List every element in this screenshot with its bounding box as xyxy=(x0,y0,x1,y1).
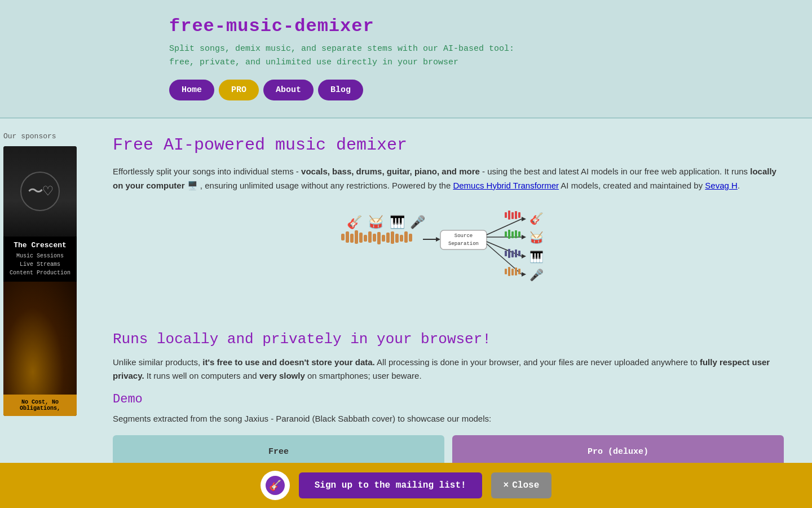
sponsor-lower-image xyxy=(3,282,77,395)
mailing-bar: 🎸 Sign up to the mailing list! × Close xyxy=(0,463,812,486)
box-line1: Source xyxy=(454,233,473,239)
svg-marker-41 xyxy=(522,272,526,277)
header-subtitle: Split songs, demix music, and separate s… xyxy=(169,42,812,69)
svg-rect-46 xyxy=(518,269,520,274)
mic-output-icon: 🎤 xyxy=(529,268,544,282)
sponsors-label: Our sponsors xyxy=(3,132,85,141)
nav: Home PRO About Blog xyxy=(169,80,812,100)
header: free-music-demixer Split songs, demix mu… xyxy=(0,0,812,119)
sponsor-description: Music Sessions Live Streams Content Prod… xyxy=(7,252,73,277)
svg-rect-29 xyxy=(508,230,510,239)
nav-home-button[interactable]: Home xyxy=(169,80,214,100)
svg-rect-39 xyxy=(518,251,520,256)
svg-rect-35 xyxy=(505,251,507,256)
svg-rect-2 xyxy=(350,234,354,243)
svg-rect-24 xyxy=(515,211,517,219)
demo-free-label: Free xyxy=(268,447,289,457)
dht-rest: AI models, created and maintained by xyxy=(561,181,703,190)
guitar-input-icon: 🎸 xyxy=(347,214,363,230)
demo-para: Segments extracted from the song Jaxius … xyxy=(113,412,784,426)
sponsor-text-area: The Crescent Music Sessions Live Streams… xyxy=(3,237,77,282)
guitar-output-icon: 🎸 xyxy=(529,212,544,226)
close-icon: × xyxy=(504,480,509,486)
sponsor-card[interactable]: 〜♡ The Crescent Music Sessions Live Stre… xyxy=(3,146,77,416)
sponsor-name: The Crescent xyxy=(7,241,73,249)
svg-marker-20 xyxy=(522,217,526,221)
box-line2: Separation xyxy=(448,241,479,247)
nav-pro-button[interactable]: PRO xyxy=(219,80,259,100)
main-layout: Our sponsors 〜♡ The Crescent Music Sessi… xyxy=(0,119,812,486)
nav-blog-button[interactable]: Blog xyxy=(318,80,363,100)
svg-rect-32 xyxy=(518,231,520,237)
diagram-svg: 🎸 🥁 🎹 🎤 xyxy=(330,207,567,314)
subtitle-line2: free, private, and unlimited use directl… xyxy=(169,56,812,69)
svg-rect-43 xyxy=(508,267,510,276)
svg-rect-23 xyxy=(511,212,514,219)
intro-paragraph: Effortlessly split your songs into indiv… xyxy=(113,165,784,193)
svg-rect-14 xyxy=(404,231,408,243)
mailing-signup-button[interactable]: Sign up to the mailing list! xyxy=(299,472,482,486)
sponsor-image-area: 〜♡ xyxy=(3,146,77,237)
svg-rect-5 xyxy=(364,235,367,242)
para2-start: Unlike similar products, xyxy=(113,357,200,367)
svg-rect-36 xyxy=(508,249,510,258)
svg-rect-7 xyxy=(373,234,376,242)
svg-marker-27 xyxy=(522,235,526,239)
svg-rect-21 xyxy=(505,212,507,218)
svg-rect-3 xyxy=(355,230,358,244)
para2-rest3: on smartphones; user beware. xyxy=(307,371,422,380)
svg-text:🎸: 🎸 xyxy=(269,479,282,486)
sidebar: Our sponsors 〜♡ The Crescent Music Sessi… xyxy=(0,119,90,486)
svg-rect-44 xyxy=(511,269,514,275)
svg-rect-11 xyxy=(391,231,394,244)
svg-rect-42 xyxy=(505,269,507,274)
svg-rect-31 xyxy=(515,230,517,238)
intro-bold-text: vocals, bass, drums, guitar, piano, and … xyxy=(301,167,480,176)
svg-rect-28 xyxy=(505,231,507,237)
demo-title: Demo xyxy=(113,392,784,406)
svg-marker-17 xyxy=(436,237,440,242)
demo-pro-label: Pro (deluxe) xyxy=(588,447,648,457)
source-separation-diagram: 🎸 🥁 🎹 🎤 xyxy=(113,207,784,314)
keyboard-output-icon: 🎹 xyxy=(529,250,544,264)
para2: Unlike similar products, it's free to us… xyxy=(113,356,784,384)
sponsor-logo-circle: 〜♡ xyxy=(20,172,60,211)
svg-rect-8 xyxy=(377,232,381,244)
para2-bold3: very slowly xyxy=(259,371,305,380)
svg-marker-34 xyxy=(522,254,526,259)
locally-rest: , ensuring unlimited usage without any r… xyxy=(200,181,451,190)
svg-rect-15 xyxy=(409,234,412,242)
para2-rest: All processing is done in your browser, … xyxy=(377,357,698,367)
svg-rect-4 xyxy=(359,233,363,243)
sevag-link[interactable]: Sevag H xyxy=(705,181,738,190)
section2-title: Runs locally and privately in your brows… xyxy=(113,331,784,348)
svg-rect-13 xyxy=(400,235,403,242)
intro-text: Effortlessly split your songs into indiv… xyxy=(113,167,299,176)
svg-rect-12 xyxy=(395,234,399,243)
mailing-icon: 🎸 xyxy=(261,471,290,486)
keyboard-input-icon: 🎹 xyxy=(390,214,405,230)
nav-about-button[interactable]: About xyxy=(263,80,314,100)
svg-rect-22 xyxy=(508,211,510,220)
para2-bold: it's free to use and doesn't store your … xyxy=(202,357,375,367)
svg-rect-1 xyxy=(346,231,349,243)
svg-rect-45 xyxy=(515,268,517,275)
dht-link[interactable]: Demucs Hybrid Transformer xyxy=(453,181,559,190)
drums-output-icon: 🥁 xyxy=(529,231,544,245)
svg-rect-0 xyxy=(341,234,345,240)
subtitle-line1: Split songs, demix music, and separate s… xyxy=(169,42,812,56)
svg-rect-30 xyxy=(511,231,514,238)
svg-rect-10 xyxy=(386,233,390,243)
svg-rect-9 xyxy=(382,235,385,242)
main-content: Free AI-powered music demixer Effortless… xyxy=(90,119,812,486)
para2-rest2: It runs well on computers and xyxy=(147,371,257,380)
mailing-close-button[interactable]: × Close xyxy=(491,472,552,486)
page-title: Free AI-powered music demixer xyxy=(113,135,784,155)
svg-rect-38 xyxy=(515,249,517,257)
sponsor-waveform-icon: 〜♡ xyxy=(28,181,53,202)
sponsor-lower-inner xyxy=(3,282,77,395)
mailing-logo-svg: 🎸 xyxy=(265,475,285,486)
intro-rest-text: - using the best and latest AI models in… xyxy=(482,167,748,176)
sponsor-bottom-text: No Cost, No Obligations, xyxy=(3,395,77,416)
header-title: free-music-demixer xyxy=(169,16,812,37)
